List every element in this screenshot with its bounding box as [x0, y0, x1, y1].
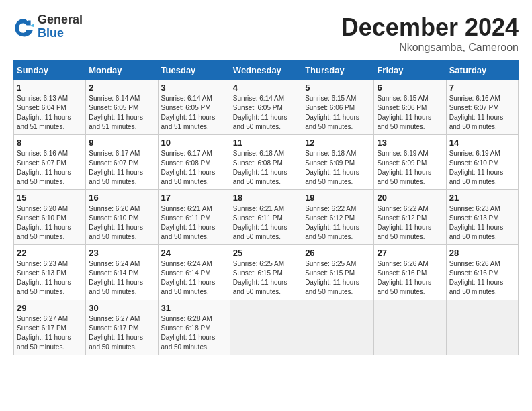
- day-info: Sunrise: 6:19 AMSunset: 6:09 PMDaylight:…: [377, 149, 443, 187]
- day-info: Sunrise: 6:27 AMSunset: 6:17 PMDaylight:…: [89, 314, 154, 352]
- day-info: Sunrise: 6:26 AMSunset: 6:16 PMDaylight:…: [449, 259, 515, 297]
- day-info: Sunrise: 6:22 AMSunset: 6:12 PMDaylight:…: [377, 204, 443, 242]
- day-number: 18: [233, 193, 299, 203]
- calendar-cell: 24 Sunrise: 6:24 AMSunset: 6:14 PMDaylig…: [158, 245, 230, 300]
- day-info: Sunrise: 6:14 AMSunset: 6:05 PMDaylight:…: [89, 94, 154, 132]
- day-info: Sunrise: 6:14 AMSunset: 6:05 PMDaylight:…: [161, 94, 227, 132]
- month-title: December 2024: [341, 13, 519, 42]
- day-info: Sunrise: 6:21 AMSunset: 6:11 PMDaylight:…: [161, 204, 227, 242]
- calendar-cell: 16 Sunrise: 6:20 AMSunset: 6:10 PMDaylig…: [86, 190, 158, 245]
- day-number: 8: [17, 138, 83, 148]
- day-info: Sunrise: 6:27 AMSunset: 6:17 PMDaylight:…: [17, 314, 83, 352]
- calendar-cell: 28 Sunrise: 6:26 AMSunset: 6:16 PMDaylig…: [446, 245, 518, 300]
- day-number: 10: [161, 138, 227, 148]
- calendar-cell: 4 Sunrise: 6:14 AMSunset: 6:05 PMDayligh…: [230, 80, 302, 135]
- location: Nkongsamba, Cameroon: [341, 42, 519, 54]
- day-info: Sunrise: 6:25 AMSunset: 6:15 PMDaylight:…: [305, 259, 371, 297]
- day-number: 19: [305, 193, 371, 203]
- day-number: 12: [305, 138, 371, 148]
- logo-icon: [13, 16, 35, 38]
- day-info: Sunrise: 6:18 AMSunset: 6:08 PMDaylight:…: [233, 149, 299, 187]
- day-number: 22: [17, 248, 83, 258]
- calendar-cell: [374, 300, 446, 355]
- calendar-cell: 15 Sunrise: 6:20 AMSunset: 6:10 PMDaylig…: [14, 190, 86, 245]
- day-number: 25: [233, 248, 299, 258]
- day-info: Sunrise: 6:24 AMSunset: 6:14 PMDaylight:…: [89, 259, 154, 297]
- day-info: Sunrise: 6:16 AMSunset: 6:07 PMDaylight:…: [17, 149, 83, 187]
- calendar-week-row: 1 Sunrise: 6:13 AMSunset: 6:04 PMDayligh…: [14, 80, 519, 135]
- logo-general-text: General: [38, 13, 83, 27]
- day-info: Sunrise: 6:15 AMSunset: 6:06 PMDaylight:…: [305, 94, 371, 132]
- day-info: Sunrise: 6:22 AMSunset: 6:12 PMDaylight:…: [305, 204, 371, 242]
- day-info: Sunrise: 6:21 AMSunset: 6:11 PMDaylight:…: [233, 204, 299, 242]
- day-info: Sunrise: 6:17 AMSunset: 6:07 PMDaylight:…: [89, 149, 154, 187]
- weekday-header: Friday: [374, 61, 446, 80]
- logo: General Blue: [13, 13, 83, 40]
- calendar-cell: 27 Sunrise: 6:26 AMSunset: 6:16 PMDaylig…: [374, 245, 446, 300]
- calendar-cell: 14 Sunrise: 6:19 AMSunset: 6:10 PMDaylig…: [446, 135, 518, 190]
- calendar-week-row: 8 Sunrise: 6:16 AMSunset: 6:07 PMDayligh…: [14, 135, 519, 190]
- calendar-cell: 23 Sunrise: 6:24 AMSunset: 6:14 PMDaylig…: [86, 245, 158, 300]
- calendar-week-row: 29 Sunrise: 6:27 AMSunset: 6:17 PMDaylig…: [14, 300, 519, 355]
- weekday-header: Thursday: [302, 61, 374, 80]
- calendar-cell: 10 Sunrise: 6:17 AMSunset: 6:08 PMDaylig…: [158, 135, 230, 190]
- day-info: Sunrise: 6:19 AMSunset: 6:10 PMDaylight:…: [449, 149, 515, 187]
- calendar-table: SundayMondayTuesdayWednesdayThursdayFrid…: [13, 60, 519, 355]
- calendar-week-row: 15 Sunrise: 6:20 AMSunset: 6:10 PMDaylig…: [14, 190, 519, 245]
- calendar-cell: 22 Sunrise: 6:23 AMSunset: 6:13 PMDaylig…: [14, 245, 86, 300]
- calendar-cell: 7 Sunrise: 6:16 AMSunset: 6:07 PMDayligh…: [446, 80, 518, 135]
- calendar-cell: [446, 300, 518, 355]
- page-header: General Blue December 2024 Nkongsamba, C…: [13, 13, 519, 54]
- day-number: 16: [89, 193, 154, 203]
- day-info: Sunrise: 6:28 AMSunset: 6:18 PMDaylight:…: [161, 314, 227, 352]
- calendar-cell: 20 Sunrise: 6:22 AMSunset: 6:12 PMDaylig…: [374, 190, 446, 245]
- day-number: 14: [449, 138, 515, 148]
- calendar-cell: 25 Sunrise: 6:25 AMSunset: 6:15 PMDaylig…: [230, 245, 302, 300]
- day-info: Sunrise: 6:17 AMSunset: 6:08 PMDaylight:…: [161, 149, 227, 187]
- weekday-header: Tuesday: [158, 61, 230, 80]
- day-number: 7: [449, 83, 515, 93]
- weekday-header: Wednesday: [230, 61, 302, 80]
- day-number: 21: [449, 193, 515, 203]
- day-number: 9: [89, 138, 154, 148]
- logo-text: General Blue: [38, 13, 83, 40]
- day-number: 11: [233, 138, 299, 148]
- day-number: 5: [305, 83, 371, 93]
- weekday-header: Saturday: [446, 61, 518, 80]
- day-number: 1: [17, 83, 83, 93]
- day-number: 20: [377, 193, 443, 203]
- day-number: 15: [17, 193, 83, 203]
- calendar-cell: 13 Sunrise: 6:19 AMSunset: 6:09 PMDaylig…: [374, 135, 446, 190]
- day-info: Sunrise: 6:15 AMSunset: 6:06 PMDaylight:…: [377, 94, 443, 132]
- calendar-cell: 26 Sunrise: 6:25 AMSunset: 6:15 PMDaylig…: [302, 245, 374, 300]
- logo-blue-text: Blue: [38, 27, 83, 40]
- calendar-cell: [302, 300, 374, 355]
- calendar-cell: 31 Sunrise: 6:28 AMSunset: 6:18 PMDaylig…: [158, 300, 230, 355]
- day-number: 4: [233, 83, 299, 93]
- calendar-cell: 9 Sunrise: 6:17 AMSunset: 6:07 PMDayligh…: [86, 135, 158, 190]
- day-number: 28: [449, 248, 515, 258]
- day-info: Sunrise: 6:20 AMSunset: 6:10 PMDaylight:…: [89, 204, 154, 242]
- calendar-cell: 5 Sunrise: 6:15 AMSunset: 6:06 PMDayligh…: [302, 80, 374, 135]
- day-number: 6: [377, 83, 443, 93]
- day-number: 17: [161, 193, 227, 203]
- calendar-cell: 21 Sunrise: 6:23 AMSunset: 6:13 PMDaylig…: [446, 190, 518, 245]
- calendar-cell: 18 Sunrise: 6:21 AMSunset: 6:11 PMDaylig…: [230, 190, 302, 245]
- day-number: 29: [17, 303, 83, 313]
- day-number: 31: [161, 303, 227, 313]
- calendar-cell: 17 Sunrise: 6:21 AMSunset: 6:11 PMDaylig…: [158, 190, 230, 245]
- day-info: Sunrise: 6:20 AMSunset: 6:10 PMDaylight:…: [17, 204, 83, 242]
- calendar-cell: 11 Sunrise: 6:18 AMSunset: 6:08 PMDaylig…: [230, 135, 302, 190]
- day-info: Sunrise: 6:18 AMSunset: 6:09 PMDaylight:…: [305, 149, 371, 187]
- weekday-header: Monday: [86, 61, 158, 80]
- calendar-cell: 1 Sunrise: 6:13 AMSunset: 6:04 PMDayligh…: [14, 80, 86, 135]
- weekday-header: Sunday: [14, 61, 86, 80]
- calendar-cell: 30 Sunrise: 6:27 AMSunset: 6:17 PMDaylig…: [86, 300, 158, 355]
- calendar-cell: 3 Sunrise: 6:14 AMSunset: 6:05 PMDayligh…: [158, 80, 230, 135]
- calendar-cell: [230, 300, 302, 355]
- calendar-header-row: SundayMondayTuesdayWednesdayThursdayFrid…: [14, 61, 519, 80]
- day-info: Sunrise: 6:24 AMSunset: 6:14 PMDaylight:…: [161, 259, 227, 297]
- day-number: 13: [377, 138, 443, 148]
- calendar-cell: 2 Sunrise: 6:14 AMSunset: 6:05 PMDayligh…: [86, 80, 158, 135]
- calendar-cell: 29 Sunrise: 6:27 AMSunset: 6:17 PMDaylig…: [14, 300, 86, 355]
